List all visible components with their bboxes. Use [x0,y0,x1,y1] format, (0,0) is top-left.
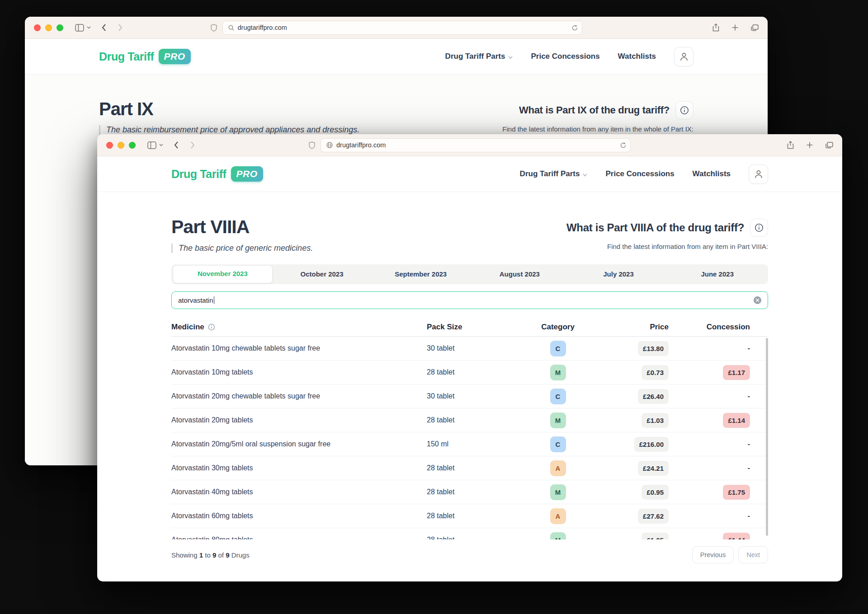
chevron-down-icon[interactable] [159,144,163,146]
table-row[interactable]: Atorvastatin 60mg tablets28 tabletA£27.6… [171,504,768,528]
site-header: Drug Tariff PRO Drug Tariff PartsPrice C… [97,156,842,192]
tab-september-2023[interactable]: September 2023 [371,266,470,283]
page-subtitle: The basic reimbursement price of approve… [99,125,359,135]
sidebar-toggle-icon[interactable] [75,24,84,32]
price-badge: £0.95 [642,485,669,500]
tabs-overview-icon[interactable] [751,24,759,31]
table-row[interactable]: Atorvastatin 20mg/5ml oral suspension su… [171,432,768,456]
column-pack-size: Pack Size [420,323,533,332]
close-window-button[interactable] [34,24,41,31]
account-button[interactable] [749,164,768,184]
shield-icon[interactable] [211,24,217,32]
nav-item-drug-tariff-parts[interactable]: Drug Tariff Parts [520,169,588,179]
new-tab-icon[interactable] [807,142,813,148]
table-row[interactable]: Atorvastatin 10mg chewable tablets sugar… [171,337,768,361]
table-row[interactable]: Atorvastatin 20mg tablets28 tabletM£1.03… [171,408,768,432]
minimize-window-button[interactable] [118,142,124,149]
nav-item-drug-tariff-parts[interactable]: Drug Tariff Parts [445,52,513,61]
url-text: drugtariffpro.com [336,141,386,149]
category-badge: M [550,365,566,380]
table-row[interactable]: Atorvastatin 20mg chewable tablets sugar… [171,384,768,408]
brand-logo[interactable]: Drug Tariff PRO [171,166,263,182]
tab-june-2023[interactable]: June 2023 [668,266,767,283]
nav-item-price-concessions[interactable]: Price Concessions [605,169,674,178]
back-icon[interactable] [174,141,179,149]
reload-icon[interactable] [572,25,578,31]
site-header: Drug Tariff PRO Drug Tariff PartsPrice C… [25,39,768,75]
medicine-info-icon[interactable] [208,323,215,331]
concession-badge: £1.75 [723,485,750,500]
price-badge: £0.73 [642,365,669,380]
address-bar[interactable]: drugtariffpro.com [321,138,631,152]
concession-cell: - [669,440,768,448]
zoom-window-button[interactable] [57,24,63,31]
category-badge: M [550,412,566,428]
info-button[interactable] [750,219,768,237]
table-scrollbar[interactable] [766,338,768,536]
category-badge: M [550,532,566,540]
category-badge: A [550,508,566,524]
table-row[interactable]: Atorvastatin 40mg tablets28 tabletM£0.95… [171,480,768,504]
concession-badge: £1.44 [723,533,750,540]
share-icon[interactable] [787,141,794,149]
forward-icon[interactable] [190,141,195,149]
nav-item-watchlists[interactable]: Watchlists [693,169,731,178]
chevron-down-icon [583,170,587,179]
previous-button[interactable]: Previous [692,546,734,563]
price-badge: £1.05 [642,533,669,540]
brand-logo[interactable]: Drug Tariff PRO [99,49,191,64]
reload-icon[interactable] [620,142,626,148]
account-button[interactable] [674,47,693,66]
address-bar[interactable]: drugtariffpro.com [222,21,582,35]
close-window-button[interactable] [106,142,113,149]
shield-icon[interactable] [309,141,315,149]
new-tab-icon[interactable] [732,24,738,31]
pack-size: 28 tablet [420,416,533,424]
column-concession: Concession [669,323,768,332]
question-heading: What is Part IX of the drug tariff? [519,104,670,116]
brand-pro-badge: PRO [231,166,263,182]
globe-icon [326,142,333,148]
next-button[interactable]: Next [738,546,768,563]
main-nav: Drug Tariff PartsPrice ConcessionsWatchl… [445,52,656,61]
nav-item-price-concessions[interactable]: Price Concessions [531,52,599,61]
table-header: Medicine Pack Size Category Price Conces… [171,318,768,337]
tab-october-2023[interactable]: October 2023 [273,266,372,283]
table-row[interactable]: Atorvastatin 30mg tablets28 tabletA£24.2… [171,456,768,480]
nav-item-watchlists[interactable]: Watchlists [618,52,656,61]
medicine-name: Atorvastatin 30mg tablets [171,464,420,472]
concession-cell: - [669,464,768,472]
back-icon[interactable] [102,24,106,31]
pack-size: 30 tablet [420,392,533,400]
sidebar-toggle-icon[interactable] [147,141,156,149]
price-badge: £1.03 [642,413,669,428]
no-concession-dash: - [748,392,750,400]
page-subtitle: The basic price of generic medicines. [171,244,313,253]
browser-chrome: drugtariffpro.com [25,17,768,39]
info-icon [680,106,689,115]
search-input[interactable]: atorvastatin [171,291,768,309]
share-icon[interactable] [712,23,719,32]
price-badge: £27.62 [638,509,669,524]
tab-august-2023[interactable]: August 2023 [470,266,569,283]
chevron-down-icon[interactable] [87,26,91,29]
brand-name: Drug Tariff [171,168,226,181]
table-row[interactable]: Atorvastatin 10mg tablets28 tabletM£0.73… [171,361,768,384]
range-total: 9 [226,551,229,559]
pack-size: 28 tablet [420,488,533,496]
forward-icon[interactable] [118,24,123,31]
tab-november-2023[interactable]: November 2023 [173,265,273,283]
minimize-window-button[interactable] [45,24,52,31]
concession-cell: - [669,392,768,400]
pack-size: 28 tablet [420,464,533,472]
category-badge: A [550,460,566,476]
tab-july-2023[interactable]: July 2023 [569,266,668,283]
concession-cell: £1.14 [669,413,768,428]
table-row[interactable]: Atorvastatin 80mg tablets28 tabletM£1.05… [171,528,768,539]
page-content: Part VIIIA The basic price of generic me… [97,192,842,563]
tabs-overview-icon[interactable] [826,142,833,149]
category-badge: C [550,341,566,356]
info-button[interactable] [675,101,693,119]
clear-search-icon[interactable] [754,296,761,304]
zoom-window-button[interactable] [129,142,136,149]
